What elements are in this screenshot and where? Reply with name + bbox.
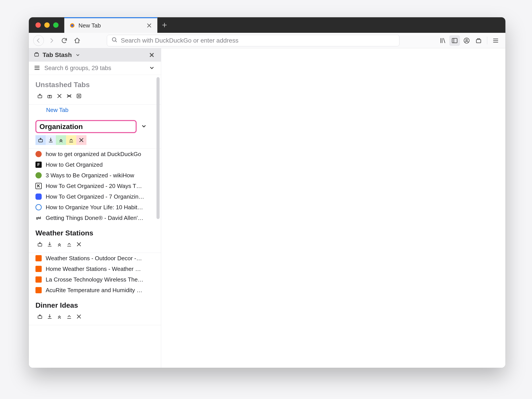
list-item[interactable]: how to get organized at DuckDuckGo [29, 149, 161, 159]
tabstash-icon [34, 51, 39, 59]
sidebar-close-button[interactable]: ✕ [147, 51, 156, 59]
sidebar-title: Tab Stash [43, 51, 72, 58]
close-window-button[interactable] [35, 22, 41, 28]
scrollbar[interactable] [157, 77, 160, 219]
forward-button[interactable] [46, 35, 57, 46]
titlebar: New Tab [29, 17, 505, 33]
page-content [161, 48, 505, 368]
svg-point-5 [466, 39, 468, 41]
list-item[interactable]: 3 Ways to Be Organized - wikiHow [29, 170, 161, 181]
section-title-unstashed: Unstashed Tabs [35, 81, 154, 89]
list-item[interactable]: KHow To Get Organized - 20 Ways T… [29, 181, 161, 191]
site-icon [35, 204, 42, 210]
close-tab-button[interactable] [146, 22, 152, 29]
restore-remove-icon[interactable] [65, 312, 74, 321]
sidebar-search-row: Search 6 groups, 29 tabs [29, 62, 161, 75]
svg-rect-7 [35, 53, 38, 56]
minimize-window-button[interactable] [44, 22, 50, 28]
zoom-window-button[interactable] [53, 22, 58, 28]
list-item[interactable]: gtdGetting Things Done® - David Allen'… [29, 213, 161, 223]
site-icon [35, 194, 42, 200]
sidebar-search-placeholder[interactable]: Search 6 groups, 29 tabs [44, 65, 145, 72]
search-icon [111, 36, 118, 44]
svg-rect-11 [38, 139, 42, 142]
stash-single-icon[interactable] [45, 240, 54, 249]
gtd-icon: gtd [35, 215, 42, 221]
close-all-boxed-icon[interactable] [75, 92, 83, 101]
extension-tabstash-button[interactable] [473, 35, 484, 46]
site-icon: K [35, 183, 42, 189]
stash-single-icon[interactable] [45, 312, 54, 321]
stash-single-icon[interactable] [46, 135, 56, 145]
restore-icon[interactable] [45, 92, 54, 101]
stash-all-icon[interactable] [35, 92, 44, 101]
svg-point-1 [71, 24, 74, 27]
restore-all-icon[interactable] [55, 240, 64, 249]
ddg-icon [35, 151, 42, 157]
delete-group-icon[interactable] [76, 135, 86, 145]
sidebar-scroll: Unstashed Tabs New Tab [29, 75, 161, 368]
list-item[interactable]: Weather Stations - Outdoor Decor -… [29, 253, 161, 264]
home-button[interactable] [72, 35, 82, 46]
homedepot-icon [35, 266, 42, 272]
url-placeholder: Search with DuckDuckGo or enter address [121, 37, 239, 44]
delete-group-icon[interactable] [75, 240, 83, 249]
section-tools [35, 92, 154, 101]
browser-window: New Tab [29, 17, 505, 368]
group-title[interactable]: Weather Stations [35, 229, 154, 237]
reload-button[interactable] [59, 35, 70, 46]
list-item[interactable]: How to Organize Your Life: 10 Habit… [29, 202, 161, 213]
close-unstashed-icon[interactable] [65, 92, 74, 101]
stash-into-group-icon[interactable] [35, 240, 44, 249]
list-item[interactable]: How To Get Organized - 7 Organizin… [29, 191, 161, 202]
tab-title: New Tab [78, 22, 143, 29]
homedepot-icon [35, 287, 42, 293]
back-button[interactable] [33, 35, 44, 46]
stash-into-group-icon[interactable] [35, 312, 44, 321]
section-dinner: Dinner Ideas [29, 296, 161, 325]
section-unstashed: Unstashed Tabs [29, 75, 161, 104]
list-item[interactable]: AcuRite Temperature and Humidity … [29, 285, 161, 296]
new-tab-button[interactable] [157, 17, 171, 33]
svg-rect-8 [38, 95, 42, 98]
separator [487, 37, 487, 44]
group-title[interactable]: Dinner Ideas [35, 301, 154, 310]
list-item[interactable]: FHow to Get Organized [29, 159, 161, 170]
list-item[interactable]: Home Weather Stations - Weather … [29, 264, 161, 274]
close-icon[interactable] [55, 92, 64, 101]
svg-rect-13 [38, 316, 42, 318]
chevron-down-icon[interactable] [140, 123, 147, 130]
sidebar-header[interactable]: Tab Stash ✕ [29, 48, 161, 62]
group-edit-row [29, 115, 161, 135]
wikihow-icon [35, 172, 42, 178]
account-button[interactable] [461, 35, 472, 46]
homedepot-icon [35, 276, 42, 283]
restore-remove-icon[interactable] [65, 240, 74, 249]
sidebar-toggle-button[interactable] [449, 35, 460, 46]
chevron-down-icon [75, 52, 81, 58]
toolbar-right-cluster [437, 35, 501, 46]
delete-group-icon[interactable] [75, 312, 83, 321]
library-button[interactable] [437, 35, 448, 46]
app-menu-button[interactable] [490, 35, 501, 46]
site-icon: F [35, 162, 42, 168]
list-item[interactable]: La Crosse Technology Wireless The… [29, 274, 161, 285]
section-weather: Weather Stations [29, 223, 161, 253]
svg-rect-3 [452, 38, 457, 43]
stash-into-group-icon[interactable] [35, 135, 46, 145]
restore-remove-icon[interactable] [66, 135, 76, 145]
browser-tab[interactable]: New Tab [64, 17, 157, 33]
group-title-input[interactable] [35, 120, 137, 133]
url-bar[interactable]: Search with DuckDuckGo or enter address [107, 35, 399, 46]
menu-icon[interactable] [34, 64, 40, 72]
nav-toolbar: Search with DuckDuckGo or enter address [29, 33, 505, 48]
window-controls [29, 17, 64, 33]
restore-all-icon[interactable] [55, 312, 64, 321]
new-tab-link[interactable]: New Tab [29, 105, 161, 115]
restore-all-icon[interactable] [56, 135, 66, 145]
sidebar: Tab Stash ✕ Search 6 groups, 29 tabs [29, 48, 161, 368]
firefox-icon [69, 22, 75, 29]
svg-rect-6 [476, 39, 481, 43]
group-tools [29, 135, 161, 149]
chevron-down-icon[interactable] [149, 64, 155, 72]
